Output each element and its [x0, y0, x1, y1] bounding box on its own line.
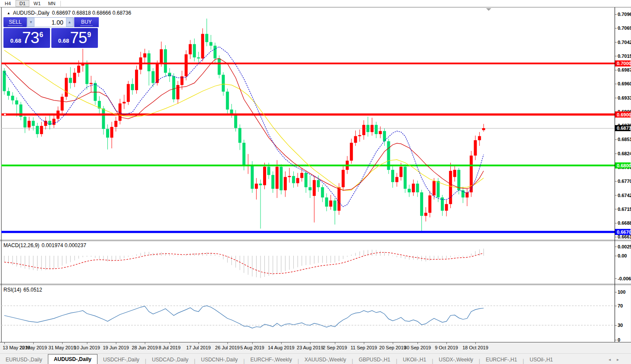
timeframe-toolbar: H4D1W1MN [0, 0, 631, 7]
svg-text:10 Jun 2019: 10 Jun 2019 [74, 345, 100, 350]
tab-usdcad-daily[interactable]: USDCAD-,Daily [146, 355, 194, 364]
svg-text:0.69003: 0.69003 [617, 112, 631, 117]
macd-name: MACD(12,26,9) [3, 242, 39, 248]
tab-gbpusd-h1[interactable]: GBPUSD-,H1 [353, 355, 396, 364]
volume-input[interactable]: 1.00 [35, 18, 66, 27]
timeframe-button-mn[interactable]: MN [45, 0, 59, 7]
tab-usoil-h1[interactable]: USOil-,H1 [524, 355, 559, 364]
svg-text:0.67425: 0.67425 [618, 193, 631, 198]
buy-price-big: 75 [70, 29, 87, 47]
chart-ohlc-values: 0.68697 0.68818 0.68666 0.68736 [52, 10, 132, 16]
svg-text:0.70695: 0.70695 [618, 25, 631, 31]
hline-0.69003[interactable] [1, 113, 615, 116]
svg-text:0.70965: 0.70965 [618, 12, 631, 17]
tab-xauusd-weekly[interactable]: XAUUSD-,Weekly [299, 355, 352, 364]
date-axis: 13 May 201922 May 201931 May 201910 Jun … [3, 342, 488, 350]
tab-usdcnh-daily[interactable]: USDCNH-,Daily [195, 355, 243, 364]
svg-text:0.69875: 0.69875 [618, 67, 631, 72]
svg-text:26 Jul 2019: 26 Jul 2019 [215, 345, 240, 350]
svg-text:30: 30 [618, 323, 623, 328]
svg-text:11 Sep 2019: 11 Sep 2019 [351, 345, 377, 350]
svg-text:0.69330: 0.69330 [618, 95, 631, 100]
volume-increase-button[interactable]: ▲ [66, 18, 73, 27]
svg-text:31 May 2019: 31 May 2019 [48, 345, 76, 350]
hline-0.68006[interactable] [1, 165, 615, 166]
tab-eurchf-weekly[interactable]: EURCHF-,Weekly [245, 355, 297, 364]
rsi-indicator-label: RSI(14)65.0512 [3, 287, 44, 293]
tab-ukoil-h1[interactable]: UKOil-,H1 [397, 355, 432, 364]
tab-usdx-weekly[interactable]: USDX-,Weekly [433, 355, 479, 364]
sell-price-base: 0.68 [10, 38, 21, 44]
svg-text:18 Oct 2019: 18 Oct 2019 [462, 345, 488, 350]
svg-text:23 Aug 2019: 23 Aug 2019 [297, 345, 323, 350]
svg-text:-0.006326: -0.006326 [618, 276, 631, 281]
svg-text:70: 70 [618, 303, 623, 308]
svg-text:20 Sep 2019: 20 Sep 2019 [379, 345, 406, 350]
rsi-value: 65.0512 [23, 287, 42, 293]
chart-symbol: AUDUSD-,Daily [13, 10, 50, 16]
tab-eurchf-h1[interactable]: EURCHF-,H1 [480, 355, 523, 364]
svg-text:0.70150: 0.70150 [618, 53, 631, 59]
tab-eurusd-daily[interactable]: EURUSD-,Daily [0, 355, 48, 364]
sell-price-button[interactable]: 0.68 73 6 [3, 28, 50, 48]
svg-text:2 Sep 2019: 2 Sep 2019 [323, 345, 347, 350]
macd-values: 0.001974 0.000237 [41, 242, 86, 248]
svg-text:14 Aug 2019: 14 Aug 2019 [268, 345, 295, 350]
svg-text:0.00: 0.00 [618, 253, 627, 258]
volume-decrease-button[interactable]: ▼ [27, 18, 35, 27]
svg-text:19 Jun 2019: 19 Jun 2019 [103, 345, 129, 350]
volume-stepper: ▼ 1.00 ▲ [27, 17, 74, 27]
svg-text:30 Sep 2019: 30 Sep 2019 [404, 345, 431, 350]
svg-text:0.67700: 0.67700 [618, 179, 631, 184]
svg-text:0.66705: 0.66705 [617, 229, 631, 235]
sell-price-big: 73 [22, 29, 39, 47]
svg-text:0.68006: 0.68006 [617, 163, 631, 168]
timeframe-button-d1[interactable]: D1 [16, 0, 29, 7]
svg-text:0.67155: 0.67155 [618, 207, 631, 212]
timeframe-button-w1[interactable]: W1 [30, 0, 44, 7]
svg-text:0.66610: 0.66610 [618, 234, 631, 239]
mt4-window: 0.0025740.00-0.006326100703000.709650.70… [0, 0, 631, 364]
svg-text:8 Jul 2019: 8 Jul 2019 [159, 345, 181, 350]
svg-text:9 Oct 2019: 9 Oct 2019 [435, 345, 458, 350]
rsi-name: RSI(14) [3, 287, 21, 293]
svg-text:0.70002: 0.70002 [617, 61, 631, 66]
svg-text:0.68240: 0.68240 [618, 151, 631, 156]
tab-scroll-right-icon[interactable]: ▸ [617, 357, 619, 362]
svg-text:0.002574: 0.002574 [618, 244, 631, 249]
buy-price-pip: 9 [87, 31, 91, 39]
buy-price-button[interactable]: 0.68 75 9 [51, 28, 98, 48]
svg-text:22 May 2019: 22 May 2019 [19, 345, 47, 350]
sell-button[interactable]: SELL [3, 17, 27, 27]
tab-scroll-left-icon[interactable]: ◂ [609, 357, 611, 362]
buy-button[interactable]: BUY [74, 17, 99, 27]
toolbar-separator [60, 1, 61, 6]
current-price-line [1, 128, 615, 129]
svg-text:0.68736: 0.68736 [617, 126, 631, 131]
collapse-triangle-icon[interactable]: ▲ [7, 11, 10, 15]
tab-audusd-daily[interactable]: AUDUSD-,Daily [48, 354, 97, 364]
one-click-trading-panel: SELL ▼ 1.00 ▲ BUY 0.68 73 6 0.68 75 9 [3, 17, 99, 48]
svg-text:0.69605: 0.69605 [618, 81, 631, 86]
hline-0.66705[interactable] [1, 231, 615, 233]
svg-text:0.70420: 0.70420 [618, 40, 631, 45]
chart-title: ▲ AUDUSD-,Daily 0.68697 0.68818 0.68666 … [7, 10, 131, 16]
hline-handle [4, 113, 6, 116]
chart-canvas[interactable]: 0.0025740.00-0.006326100703000.709650.70… [0, 0, 631, 364]
svg-text:0: 0 [618, 337, 620, 342]
macd-indicator-label: MACD(12,26,9)0.001974 0.000237 [3, 242, 88, 248]
svg-text:100: 100 [618, 289, 625, 295]
svg-text:17 Jul 2019: 17 Jul 2019 [186, 345, 211, 350]
chart-tab-bar: EURUSD-,DailyAUDUSD-,DailyUSDCHF-,Daily|… [0, 353, 631, 364]
timeframe-button-h4[interactable]: H4 [1, 0, 15, 7]
sell-price-pip: 6 [39, 31, 43, 39]
svg-text:5 Aug 2019: 5 Aug 2019 [240, 345, 264, 350]
hline-0.70002[interactable] [1, 63, 615, 64]
tab-usdchf-daily[interactable]: USDCHF-,Daily [97, 355, 145, 364]
svg-text:0.68515: 0.68515 [618, 137, 631, 142]
buy-price-base: 0.68 [58, 38, 69, 44]
svg-text:0.66880: 0.66880 [618, 220, 631, 226]
svg-text:28 Jun 2019: 28 Jun 2019 [132, 345, 158, 350]
